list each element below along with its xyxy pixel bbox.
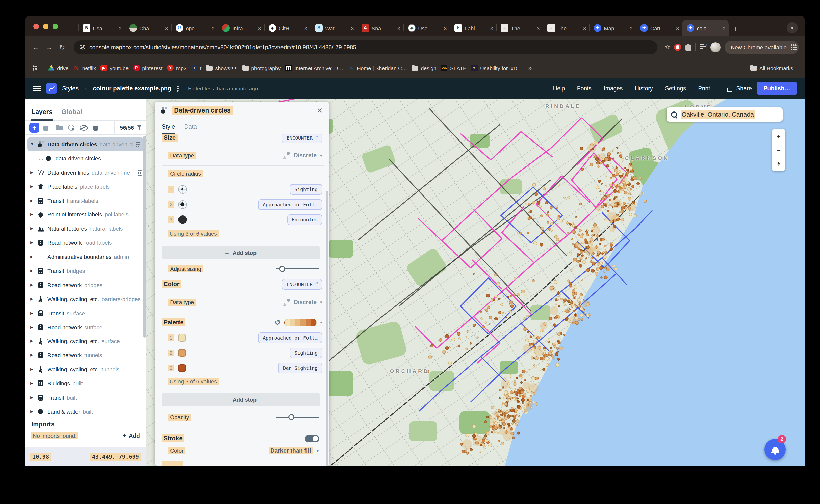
hamburger-menu-icon[interactable] (33, 86, 41, 91)
tab-layers[interactable]: Layers (31, 108, 52, 120)
studio-menu-item[interactable]: Print (698, 85, 710, 91)
data-type-select[interactable]: Discrete ▾ (283, 152, 322, 159)
select-on-map-icon[interactable] (68, 124, 74, 130)
tab-style[interactable]: Style (161, 119, 175, 134)
tab-close-icon[interactable]: × (351, 25, 354, 31)
tab-close-icon[interactable]: × (304, 25, 308, 31)
new-tab-button[interactable]: + (733, 24, 738, 33)
bookmark-item[interactable]: S Home | Sheridan C… (348, 65, 407, 71)
color-swatch[interactable] (178, 364, 185, 372)
compass-button[interactable]: ▲▼ (772, 157, 785, 171)
layer-row[interactable]: ▶ Road network surface (25, 320, 146, 334)
stop-value-button[interactable]: Approached or Foll… (258, 199, 322, 210)
add-layer-button[interactable]: + (29, 122, 39, 132)
expander-icon[interactable]: ▶ (30, 213, 38, 217)
layer-row[interactable]: ▶ Buildings built (25, 376, 146, 390)
group-layers-icon[interactable] (56, 126, 63, 130)
layer-row[interactable]: ▶ Walking, cycling, etc. tunnels (25, 362, 146, 377)
close-icon[interactable]: ✕ (317, 106, 323, 114)
layers-scrollbar[interactable] (143, 136, 146, 338)
browser-tab[interactable]: A Sna × (357, 20, 403, 36)
browser-tab[interactable]: Infra × (218, 20, 264, 36)
expander-icon[interactable]: ▶ (30, 410, 38, 414)
duplicate-layer-icon[interactable] (45, 125, 50, 130)
imports-add-button[interactable]: +Add (123, 432, 140, 439)
address-bar[interactable]: console.mapbox.com/studio/styles/monatgn… (74, 40, 657, 54)
studio-menu-item[interactable]: History (635, 85, 653, 91)
close-window-icon[interactable] (33, 24, 39, 29)
mapbox-studio-logo[interactable] (46, 83, 57, 94)
tab-close-icon[interactable]: × (118, 25, 122, 31)
expander-icon[interactable]: ▶ (30, 255, 38, 259)
tab-close-icon[interactable]: × (444, 25, 447, 31)
bookmarks-overflow-icon[interactable]: » (528, 64, 532, 71)
share-button[interactable]: Share (715, 83, 752, 94)
expander-icon[interactable]: ▶ (30, 241, 38, 245)
studio-menu-item[interactable]: Fonts (577, 85, 592, 91)
layer-row[interactable]: ▶ Transit bridges (25, 264, 146, 278)
profile-avatar[interactable] (711, 42, 721, 52)
publish-button[interactable]: Publish… (757, 82, 797, 95)
forward-icon[interactable]: → (44, 43, 53, 51)
tab-close-icon[interactable]: × (211, 25, 215, 31)
browser-tab[interactable]: F Fabl × (450, 20, 496, 36)
url-text[interactable]: console.mapbox.com/studio/styles/monatgn… (89, 44, 356, 50)
tab-data[interactable]: Data (184, 119, 197, 134)
tab-close-icon[interactable]: × (258, 25, 261, 31)
panel-scrollbar[interactable] (326, 191, 328, 466)
bookmark-item[interactable]: N netflix (73, 65, 96, 71)
layer-row[interactable]: ▶ Road network bridges (25, 278, 146, 292)
zoom-in-button[interactable]: + (772, 129, 785, 143)
stroke-toggle[interactable] (305, 435, 319, 442)
tab-close-icon[interactable]: × (536, 25, 540, 31)
reload-icon[interactable]: ↻ (58, 43, 67, 51)
chrome-update-chip[interactable]: New Chrome available (725, 41, 799, 54)
bookmark-item[interactable]: › t (191, 65, 202, 71)
studio-menu-item[interactable]: Settings (665, 85, 686, 91)
bookmark-star-icon[interactable]: ☆ (664, 43, 670, 51)
opacity-slider[interactable] (276, 414, 319, 420)
stroke-color-select[interactable]: Darker than fill ▾ (269, 447, 320, 454)
stop-value-button[interactable]: Sighting (290, 347, 322, 358)
adjust-sizing-slider[interactable] (276, 266, 319, 272)
browser-tab[interactable]: ♣ Use × (403, 20, 450, 36)
color-swatch[interactable] (178, 334, 185, 341)
bookmark-item[interactable]: Y mp3 (167, 65, 186, 71)
stop-value-button[interactable]: Den Sighting (279, 362, 322, 373)
layer-row[interactable]: ▶ Walking, cycling, etc. surface (25, 334, 146, 348)
layer-row[interactable]: … data-driven-circles (25, 151, 146, 165)
color-field-button[interactable]: ENCOUNTER” (282, 279, 322, 289)
browser-tab[interactable]: S Wat × (311, 20, 357, 36)
zoom-out-button[interactable]: − (772, 143, 785, 157)
drag-handle-icon[interactable] (138, 169, 142, 175)
drag-handle-icon[interactable] (136, 141, 140, 147)
site-settings-icon[interactable] (80, 45, 85, 49)
breadcrumb-styles[interactable]: Styles (62, 85, 78, 92)
bookmark-item[interactable]: ϟ Usability for IxD (471, 65, 517, 71)
bookmark-item[interactable]: design (412, 65, 436, 71)
apps-grid-icon[interactable] (32, 65, 38, 71)
data-type-select[interactable]: Discrete ▾ (283, 299, 322, 306)
back-icon[interactable]: ← (31, 43, 40, 51)
browser-tab[interactable]: N Usa × (78, 20, 125, 36)
bookmark-item[interactable]: P pinterest (133, 65, 162, 71)
expander-icon[interactable]: ▶ (30, 170, 38, 174)
layer-row[interactable]: ▶ Place labels place-labels (25, 179, 146, 193)
bookmark-item[interactable]: photography (242, 65, 281, 71)
slider-handle[interactable] (288, 414, 294, 420)
browser-tab[interactable]: ≡ The × (496, 20, 543, 36)
layer-row[interactable]: ▶ Administrative boundaries admin (25, 250, 146, 264)
layer-row[interactable]: ▶ Road network road-labels (25, 236, 146, 250)
search-input[interactable]: Oakville, Ontario, Canada (681, 110, 755, 119)
slider-handle[interactable] (279, 266, 285, 272)
expander-icon[interactable]: ▶ (30, 199, 38, 203)
bookmark-item[interactable]: D2L SLATE (441, 65, 467, 71)
studio-menu-item[interactable]: Help (553, 85, 565, 91)
tab-global[interactable]: Global (62, 108, 82, 120)
bookmark-item[interactable]: shows!!!!! (206, 65, 238, 71)
size-add-stop-button[interactable]: +Add stop (161, 246, 320, 259)
studio-menu-item[interactable]: Images (603, 85, 623, 91)
layer-row[interactable]: ▶ Land & water built (25, 405, 146, 416)
layer-row[interactable]: ▶ Walking, cycling, etc. barriers-bridge… (25, 292, 146, 306)
browser-tab[interactable]: ✦ Cart × (636, 20, 682, 36)
